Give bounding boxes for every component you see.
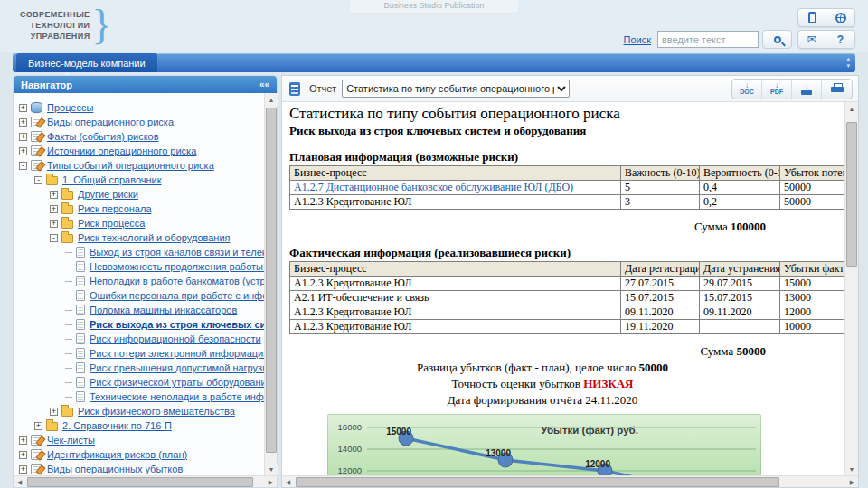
tab-business-model[interactable]: Бизнес-модель компании	[16, 53, 157, 72]
tree-item[interactable]: Риск выхода из строя ключевых систем и о…	[14, 317, 264, 332]
expand-node-icon[interactable]: +	[50, 191, 58, 199]
print-button[interactable]	[822, 80, 852, 99]
expand-node-icon[interactable]: +	[34, 422, 42, 430]
scroll-right-icon[interactable]: ▶	[265, 476, 277, 488]
collapse-node-icon[interactable]: -	[34, 176, 42, 184]
tree-item[interactable]: Неполадки в работе банкоматов (устройств…	[14, 274, 264, 288]
collapse-node-icon[interactable]: -	[50, 234, 58, 242]
tree-item-label[interactable]: Другие риски	[78, 189, 138, 200]
tree-item[interactable]: +Чек-листы	[14, 433, 264, 447]
tree-item[interactable]: -1. Общий справочник	[14, 173, 264, 187]
search-button[interactable]	[762, 30, 792, 49]
tree-item-label[interactable]: Неполадки в работе банкоматов (устройств…	[90, 276, 264, 286]
expand-node-icon[interactable]: +	[19, 465, 27, 474]
scroll-left-icon[interactable]: ◀	[14, 476, 25, 488]
tree-item[interactable]: Риск превышения допустимой нагрузки на о…	[14, 361, 264, 375]
sidebar-vertical-scrollbar[interactable]: ▲ ▼	[264, 93, 277, 475]
expand-node-icon[interactable]: +	[19, 436, 27, 445]
export-doc-button[interactable]: ↓ DOC	[732, 80, 762, 99]
tree-item-label[interactable]: Риск потери электронной информации и дан…	[90, 348, 264, 359]
tree-item-label[interactable]: Факты (события) рисков	[47, 131, 159, 142]
tree-item-label[interactable]: Типы событий операционного риска	[47, 160, 214, 171]
tree-item[interactable]: -Типы событий операционного риска	[14, 158, 264, 173]
scroll-right-icon[interactable]: ▶	[846, 476, 858, 488]
scroll-down-icon[interactable]: ▼	[265, 463, 278, 475]
scrollbar-thumb[interactable]	[27, 477, 253, 487]
tree-item[interactable]: Невозможность продолжения работы из-за с…	[14, 259, 264, 274]
scroll-left-icon[interactable]: ◀	[282, 476, 294, 488]
scrollbar-thumb[interactable]	[846, 122, 857, 267]
tree-item-label[interactable]: Ошибки персонала при работе с информацио…	[90, 290, 264, 301]
feedback-button[interactable]: ✉	[798, 31, 826, 48]
language-button[interactable]	[826, 9, 854, 26]
collapse-node-icon[interactable]: -	[19, 162, 27, 170]
expand-node-icon[interactable]: +	[19, 451, 27, 459]
tree-item[interactable]: +Риск процесса	[14, 216, 264, 230]
tree-item[interactable]: Риск информационной безопасности	[14, 332, 264, 346]
tree-item-label[interactable]: Выход из строя каналов связи и телекомму…	[90, 247, 264, 258]
tree-item-label[interactable]: Чек-листы	[47, 435, 95, 446]
tree-item-label[interactable]: Виды операционного риска	[47, 117, 174, 127]
tree-item[interactable]: +2. Справочник по 716-П	[14, 418, 264, 433]
tree-item[interactable]: +Виды операционного риска	[14, 115, 264, 129]
tree-item-label[interactable]: Технические неполадки в работе информаци…	[90, 391, 264, 402]
expand-node-icon[interactable]: +	[50, 408, 58, 416]
tree-item-label[interactable]: Риск персонала	[78, 203, 152, 214]
tree-item[interactable]: Риск потери электронной информации и дан…	[14, 346, 264, 361]
tree-item-label[interactable]: Риск превышения допустимой нагрузки на о…	[90, 362, 264, 373]
tree-item[interactable]: +Виды операционных убытков	[14, 462, 264, 475]
tree-item[interactable]: Поломка машины инкассаторов	[14, 303, 264, 317]
tree-item[interactable]: Риск физической утраты оборудования	[14, 375, 264, 389]
report-select[interactable]: Статистика по типу события операционного…	[342, 80, 570, 98]
scrollbar-thumb[interactable]	[266, 108, 277, 453]
expand-node-icon[interactable]: +	[50, 220, 58, 228]
expand-node-icon[interactable]: +	[19, 147, 27, 155]
download-arrow-icon: ↓	[745, 82, 749, 89]
sidebar-collapse-icon[interactable]: ««	[259, 80, 269, 89]
tree-item-label[interactable]: Риск физической утраты оборудования	[90, 377, 264, 388]
tree-item[interactable]: Технические неполадки в работе информаци…	[14, 389, 264, 404]
tree-item-label[interactable]: Процессы	[47, 102, 93, 113]
tree-item[interactable]: +Процессы	[14, 100, 264, 115]
expand-node-icon[interactable]: +	[19, 104, 27, 112]
tree-item-label[interactable]: Виды операционных убытков	[47, 464, 183, 474]
tree-item-label[interactable]: Риск технологий и оборудования	[78, 232, 231, 243]
tree-item[interactable]: +Факты (события) рисков	[14, 129, 264, 144]
mobile-version-button[interactable]	[798, 9, 826, 26]
tree-item-label[interactable]: Риск информационной безопасности	[90, 333, 261, 344]
tree-item-label[interactable]: Поломка машины инкассаторов	[90, 305, 237, 315]
expand-node-icon[interactable]: +	[19, 118, 27, 127]
tree-item[interactable]: +Риск персонала	[14, 202, 264, 216]
scrollbar-thumb[interactable]	[296, 477, 779, 487]
tree-item-label[interactable]: 2. Справочник по 716-П	[62, 420, 172, 431]
tree-item[interactable]: +Источники операционного риска	[14, 144, 264, 158]
scroll-down-icon[interactable]: ▼	[845, 463, 858, 475]
tree-item[interactable]: -Риск технологий и оборудования	[14, 230, 264, 245]
tree-item[interactable]: +Риск физического вмешательства	[14, 404, 264, 418]
save-button[interactable]: ↓	[792, 80, 822, 99]
scroll-up-icon[interactable]: ▲	[265, 93, 278, 106]
search-input[interactable]	[657, 31, 759, 48]
scroll-up-icon[interactable]: ▲	[845, 102, 858, 115]
expand-node-icon[interactable]: +	[50, 205, 58, 213]
tree-item-label[interactable]: Идентификация рисков (план)	[47, 449, 187, 460]
tabbar-collapse-icon[interactable]: ▴▾	[846, 55, 850, 70]
tree-item[interactable]: +Идентификация рисков (план)	[14, 447, 264, 462]
tree-item-label[interactable]: 1. Общий справочник	[62, 174, 162, 185]
business-process-link[interactable]: А1.2.7 Дистанционное банковское обслужив…	[294, 181, 573, 193]
search-link[interactable]: Поиск	[624, 34, 651, 45]
content-horizontal-scrollbar[interactable]: ◀ ▶	[282, 475, 858, 487]
tree-item-label[interactable]: Источники операционного риска	[47, 145, 196, 156]
help-button[interactable]: ?	[826, 31, 854, 48]
tree-item[interactable]: Ошибки персонала при работе с информацио…	[14, 288, 264, 303]
export-pdf-button[interactable]: ↓ PDF	[762, 80, 792, 99]
content-vertical-scrollbar[interactable]: ▲ ▼	[844, 102, 858, 475]
tree-item[interactable]: Выход из строя каналов связи и телекомму…	[14, 245, 264, 259]
tree-item-label[interactable]: Риск выхода из строя ключевых систем и о…	[90, 319, 264, 330]
tree-item-label[interactable]: Риск процесса	[78, 218, 145, 229]
sidebar-horizontal-scrollbar[interactable]: ◀ ▶	[14, 475, 277, 487]
tree-item[interactable]: +Другие риски	[14, 187, 264, 202]
expand-node-icon[interactable]: +	[19, 133, 27, 141]
tree-item-label[interactable]: Риск физического вмешательства	[78, 406, 235, 417]
tree-item-label[interactable]: Невозможность продолжения работы из-за с…	[90, 261, 264, 272]
